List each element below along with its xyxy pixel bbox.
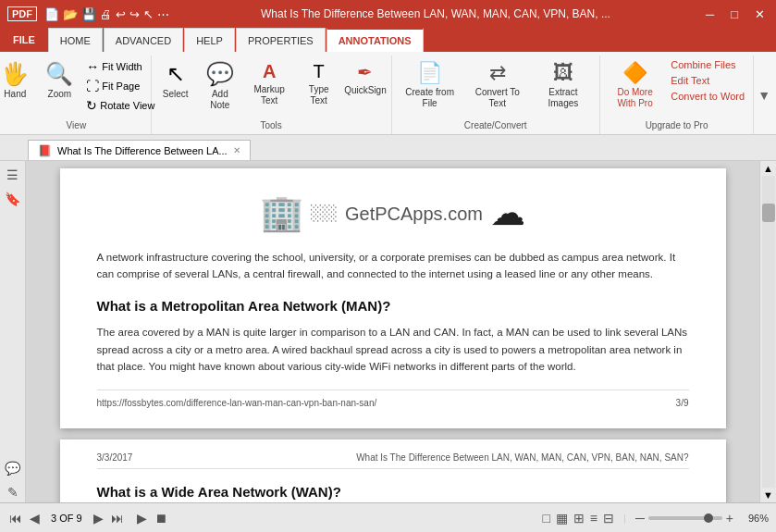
view-single-button[interactable]: □: [542, 511, 549, 526]
watermark: 🏢 ░░░ GetPCApps.com ☁: [97, 187, 689, 240]
zoom-label: Zoom: [48, 89, 72, 100]
convert-text-label: Convert To Text: [472, 87, 523, 109]
sidebar-icon-bookmarks[interactable]: 🔖: [3, 189, 23, 209]
doc-para-1: A network infrastructure covering the sc…: [97, 249, 689, 283]
rotate-view-button[interactable]: ↻ Rotate View: [83, 96, 157, 115]
scrollbar-track[interactable]: [762, 176, 775, 488]
toolbar-redo[interactable]: ↪: [129, 7, 140, 21]
sidebar-icon-comments[interactable]: 💬: [3, 458, 23, 478]
tab-home[interactable]: HOME: [48, 28, 103, 52]
rotate-label: Rotate View: [100, 100, 154, 111]
title-bar-left: PDF 📄 📂 💾 🖨 ↩ ↪ ↖ ⋯: [7, 6, 169, 21]
nav-next-button[interactable]: ▶: [92, 511, 105, 526]
ribbon: 🖐 Hand 🔍 Zoom ↔ Fit Width ⛶ Fit Page ↻ R…: [0, 52, 776, 135]
type-text-label: Type Text: [303, 84, 334, 106]
extract-images-button[interactable]: 🖼 Extract Images: [533, 57, 594, 113]
doc-para-2: The area covered by a MAN is quite large…: [97, 324, 689, 375]
left-panel: ☰ 🔖 💬 ✎: [0, 161, 26, 502]
do-more-icon: 🔶: [622, 61, 647, 85]
tab-properties[interactable]: PROPERTIES: [236, 28, 326, 52]
zoom-tool-button[interactable]: 🔍 Zoom: [39, 57, 80, 104]
doc-page-4: 3/3/2017 What Is The Difference Between …: [60, 439, 726, 502]
toolbar-print[interactable]: 🖨: [100, 7, 112, 21]
quicksign-button[interactable]: ✒ QuickSign: [343, 57, 387, 100]
zoom-slider[interactable]: [648, 516, 722, 520]
tools-group-label: Tools: [152, 120, 391, 130]
select-tool-button[interactable]: ↖ Select: [155, 57, 196, 104]
maximize-button[interactable]: □: [727, 7, 742, 21]
scroll-down-button[interactable]: ▼: [763, 488, 773, 502]
combine-files-button[interactable]: Combine Files: [668, 57, 747, 72]
create-from-file-button[interactable]: 📄 Create from File: [398, 57, 462, 113]
doc-page2-title-header: What Is The Difference Between LAN, WAN,…: [356, 451, 688, 464]
extract-label: Extract Images: [538, 87, 588, 109]
view-group-inner: 🖐 Hand 🔍 Zoom ↔ Fit Width ⛶ Fit Page ↻ R…: [0, 57, 157, 148]
fit-width-label: Fit Width: [102, 61, 142, 72]
zoom-plus-button[interactable]: +: [726, 511, 733, 526]
window-title: What Is The Difference Between LAN, WAN,…: [169, 7, 702, 20]
doc-tab-close[interactable]: ✕: [233, 145, 240, 155]
minimize-button[interactable]: ─: [702, 7, 718, 21]
close-button[interactable]: ✕: [751, 7, 769, 21]
doc-page2-date: 3/3/2017: [97, 451, 133, 464]
ribbon-group-tools: ↖ Select 💬 Add Note A Markup Text T Type…: [152, 56, 392, 134]
toolbar-select[interactable]: ↖: [143, 7, 154, 21]
nav-last-button[interactable]: ⏭: [109, 511, 126, 526]
zoom-thumb[interactable]: [704, 513, 713, 523]
zoom-minus-button[interactable]: ─: [635, 511, 645, 526]
type-text-button[interactable]: T Type Text: [298, 57, 339, 110]
tab-annotations[interactable]: ANNOTATIONS: [326, 28, 424, 52]
markup-text-button[interactable]: A Markup Text: [244, 57, 294, 110]
markup-icon: A: [263, 61, 276, 82]
zoom-controls: ─ +: [635, 511, 733, 526]
view-dual-button[interactable]: ▦: [556, 511, 568, 526]
select-icon: ↖: [166, 61, 185, 87]
doc-footer-page: 3/9: [676, 396, 689, 410]
sidebar-icon-pages[interactable]: ☰: [3, 165, 23, 185]
scrollbar-thumb[interactable]: [762, 204, 775, 222]
view-grid-button[interactable]: ⊞: [573, 511, 585, 526]
ribbon-group-upgrade: 🔶 Do More With Pro Combine Files Edit Te…: [600, 56, 754, 134]
create-file-label: Create from File: [403, 87, 457, 109]
view-list-button[interactable]: ≡: [590, 511, 597, 526]
toolbar-save[interactable]: 💾: [81, 7, 96, 21]
tab-help[interactable]: HELP: [184, 28, 235, 52]
scroll-up-button[interactable]: ▲: [763, 161, 773, 176]
nav-first-button[interactable]: ⏮: [7, 511, 24, 526]
nav-prev-button[interactable]: ◀: [28, 511, 42, 526]
hand-label: Hand: [4, 89, 26, 100]
ribbon-scroll-button[interactable]: ▼: [758, 88, 770, 103]
markup-label: Markup Text: [250, 84, 289, 106]
convert-to-text-button[interactable]: ⇄ Convert To Text: [466, 57, 529, 113]
view-scroll-button[interactable]: ⊟: [603, 511, 614, 526]
toolbar-open[interactable]: 📂: [63, 7, 78, 21]
app-icon: PDF: [7, 6, 37, 21]
edit-text-button[interactable]: Edit Text: [668, 73, 747, 88]
doc-footer-url: https://fossbytes.com/difference-lan-wan…: [97, 396, 377, 410]
convert-to-word-button[interactable]: Convert to Word: [668, 89, 747, 104]
zoom-level: 96%: [739, 513, 769, 524]
hand-tool-button[interactable]: 🖐 Hand: [0, 57, 35, 104]
stop-button[interactable]: ⏹: [153, 511, 169, 526]
main-area: ☰ 🔖 💬 ✎ 🏢 ░░░ GetPCApps.com ☁ A network …: [0, 161, 776, 502]
tab-advanced[interactable]: ADVANCED: [104, 28, 183, 52]
sidebar-icon-edit[interactable]: ✎: [3, 482, 23, 502]
doc-heading-1: What is a Metropolitan Area Network (MAN…: [97, 296, 689, 317]
fit-page-button[interactable]: ⛶ Fit Page: [83, 77, 157, 95]
toolbar-new[interactable]: 📄: [44, 7, 59, 21]
fit-width-button[interactable]: ↔ Fit Width: [83, 57, 157, 76]
ribbon-tabs: FILE HOME ADVANCED HELP PROPERTIES ANNOT…: [0, 28, 776, 52]
toolbar-undo[interactable]: ↩: [116, 7, 126, 21]
ribbon-group-create-convert: 📄 Create from File ⇄ Convert To Text 🖼 E…: [392, 56, 600, 134]
ribbon-scroll: ▼: [754, 56, 774, 134]
do-more-button[interactable]: 🔶 Do More With Pro: [606, 57, 664, 113]
tab-file[interactable]: FILE: [0, 28, 48, 52]
doc-page-3: 🏢 ░░░ GetPCApps.com ☁ A network infrastr…: [60, 168, 726, 428]
toolbar-more[interactable]: ⋯: [157, 7, 169, 21]
quicksign-icon: ✒: [357, 61, 373, 83]
watermark-image: 🏢 ░░░ GetPCApps.com ☁: [260, 187, 525, 240]
extract-icon: 🖼: [553, 61, 573, 85]
play-button[interactable]: ▶: [135, 511, 149, 526]
add-note-button[interactable]: 💬 Add Note: [200, 57, 240, 115]
view-group-label: View: [2, 120, 151, 130]
